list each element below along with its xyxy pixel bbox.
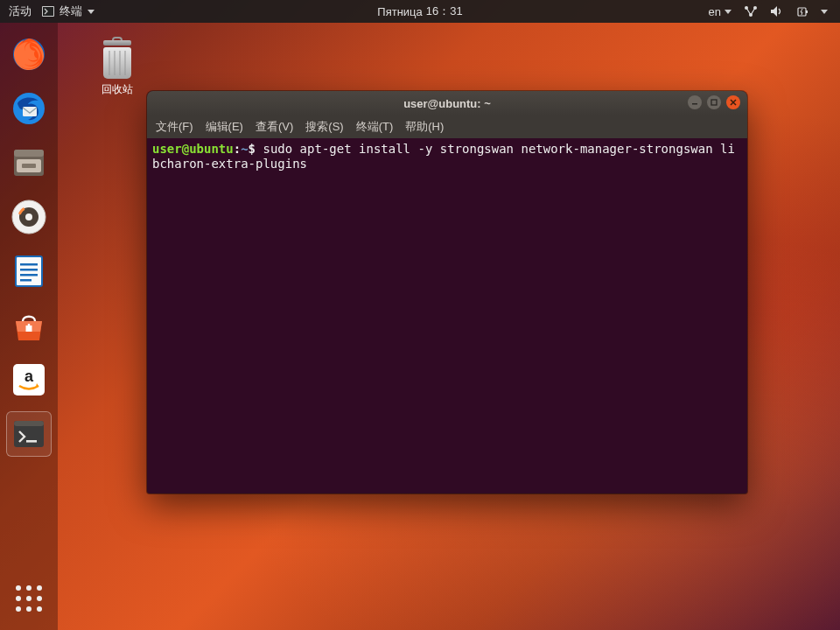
dock-writer[interactable] [10, 252, 48, 290]
svg-rect-24 [20, 279, 32, 282]
prompt-symbol: $ [248, 142, 256, 156]
chevron-down-icon[interactable] [821, 10, 828, 14]
window-titlebar[interactable]: user@ubuntu: ~ [147, 91, 747, 116]
activities-button[interactable]: 活动 [9, 4, 32, 19]
terminal-window: user@ubuntu: ~ 文件(F) 编辑(E) 查看(V) 搜索(S) 终… [147, 91, 747, 494]
software-icon [10, 307, 47, 344]
clock-time: 16：31 [426, 4, 463, 19]
writer-icon [10, 253, 47, 290]
svg-rect-21 [20, 263, 38, 266]
svg-text:a: a [24, 368, 34, 385]
files-icon [10, 144, 47, 181]
prompt-user: user@ubuntu [152, 142, 234, 156]
network-icon[interactable] [744, 5, 758, 18]
svg-rect-11 [14, 150, 44, 157]
prompt-path: ~ [241, 142, 248, 156]
svg-point-17 [25, 214, 32, 220]
terminal-body[interactable]: user@ubuntu:~$ sudo apt-get install -y s… [147, 138, 747, 494]
firefox-icon [10, 36, 47, 73]
battery-icon[interactable] [796, 5, 808, 18]
app-name: 终端 [60, 4, 82, 19]
svg-rect-30 [14, 421, 44, 447]
amazon-icon: a [10, 361, 47, 398]
trash-label: 回收站 [102, 82, 133, 97]
dock-rhythmbox[interactable] [10, 198, 48, 236]
menu-edit[interactable]: 编辑(E) [206, 119, 243, 135]
show-apps-button[interactable] [10, 579, 48, 618]
svg-rect-23 [20, 274, 38, 276]
svg-rect-19 [16, 256, 42, 286]
dock-thunderbird[interactable] [10, 89, 48, 128]
dock: a [0, 23, 58, 630]
dock-files[interactable] [10, 144, 48, 182]
menu-terminal[interactable]: 终端(T) [356, 119, 394, 135]
trash-icon [100, 40, 135, 79]
chevron-down-icon [724, 10, 732, 14]
terminal-icon [10, 416, 47, 452]
clock-day: Пятница [377, 5, 422, 18]
dock-amazon[interactable]: a [10, 360, 48, 399]
svg-rect-33 [692, 103, 697, 105]
clock[interactable]: Пятница 16：31 [377, 4, 462, 19]
minimize-button[interactable] [688, 95, 702, 109]
svg-rect-6 [806, 10, 808, 13]
app-indicator[interactable]: 终端 [42, 4, 94, 19]
menu-file[interactable]: 文件(F) [156, 119, 193, 135]
svg-rect-31 [14, 421, 44, 426]
desktop-trash[interactable]: 回收站 [89, 40, 145, 97]
svg-rect-13 [22, 164, 36, 168]
terminal-menubar: 文件(F) 编辑(E) 查看(V) 搜索(S) 终端(T) 帮助(H) [147, 116, 747, 138]
chevron-down-icon [88, 10, 94, 14]
dock-terminal[interactable] [10, 415, 48, 453]
top-bar: 活动 终端 Пятница 16：31 en [0, 0, 840, 23]
maximize-button[interactable] [707, 95, 721, 109]
window-title: user@ubuntu: ~ [403, 97, 491, 110]
volume-icon[interactable] [770, 5, 784, 18]
terminal-icon [42, 6, 54, 17]
svg-rect-22 [20, 269, 38, 271]
svg-rect-9 [23, 107, 37, 116]
svg-rect-32 [26, 440, 37, 443]
menu-search[interactable]: 搜索(S) [305, 119, 343, 135]
close-button[interactable] [726, 95, 740, 109]
svg-rect-1 [43, 7, 53, 16]
thunderbird-icon [10, 90, 47, 127]
menu-help[interactable]: 帮助(H) [405, 119, 444, 135]
lang-label: en [709, 5, 721, 18]
svg-rect-25 [26, 326, 32, 332]
dock-software[interactable] [10, 306, 48, 345]
input-source[interactable]: en [709, 5, 732, 18]
rhythmbox-icon [10, 199, 47, 235]
menu-view[interactable]: 查看(V) [256, 119, 293, 135]
svg-rect-34 [711, 100, 717, 105]
svg-rect-26 [28, 324, 30, 326]
prompt-sep: : [234, 142, 241, 156]
dock-firefox[interactable] [10, 35, 48, 74]
